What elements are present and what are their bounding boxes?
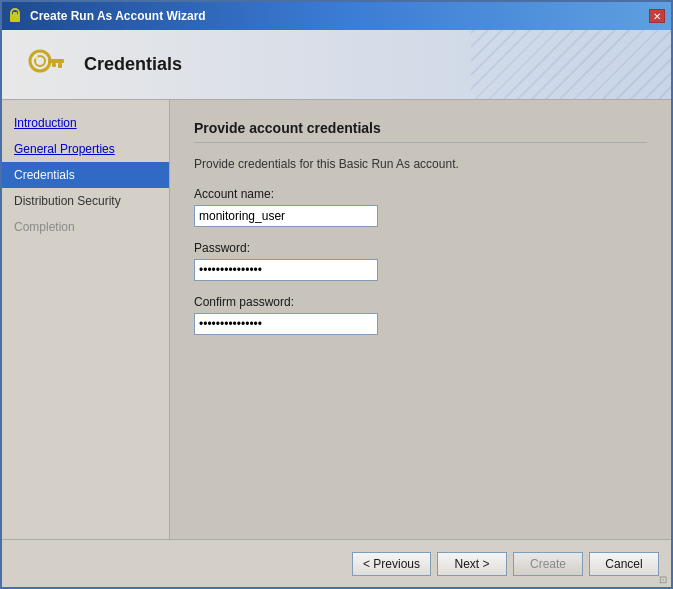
password-input[interactable]	[194, 259, 378, 281]
svg-rect-2	[13, 12, 17, 17]
create-button[interactable]: Create	[513, 552, 583, 576]
previous-button[interactable]: < Previous	[352, 552, 431, 576]
nav-item-distribution-security[interactable]: Distribution Security	[2, 188, 169, 214]
section-description: Provide credentials for this Basic Run A…	[194, 157, 647, 171]
nav-item-introduction[interactable]: Introduction	[2, 110, 169, 136]
title-bar: Create Run As Account Wizard ✕	[2, 2, 671, 30]
svg-point-3	[30, 51, 50, 71]
resize-handle: ⊡	[659, 574, 667, 585]
wizard-title-icon	[8, 8, 24, 24]
account-name-label: Account name:	[194, 187, 647, 201]
wizard-header: Credentials	[2, 30, 671, 100]
section-divider	[194, 142, 647, 143]
confirm-password-input[interactable]	[194, 313, 378, 335]
header-title: Credentials	[84, 54, 182, 75]
account-name-input[interactable]	[194, 205, 378, 227]
nav-item-completion: Completion	[2, 214, 169, 240]
wizard-footer: < Previous Next > Create Cancel ⊡	[2, 539, 671, 587]
svg-rect-5	[48, 59, 64, 63]
next-button[interactable]: Next >	[437, 552, 507, 576]
section-title: Provide account credentials	[194, 120, 647, 136]
wizard-content: Provide account credentials Provide cred…	[170, 100, 671, 539]
nav-item-credentials[interactable]: Credentials	[2, 162, 169, 188]
password-label: Password:	[194, 241, 647, 255]
svg-rect-7	[52, 63, 56, 67]
svg-rect-6	[58, 63, 62, 68]
svg-point-8	[34, 55, 38, 59]
nav-item-general-properties[interactable]: General Properties	[2, 136, 169, 162]
window-title: Create Run As Account Wizard	[30, 9, 206, 23]
title-bar-left: Create Run As Account Wizard	[8, 8, 206, 24]
cancel-button[interactable]: Cancel	[589, 552, 659, 576]
confirm-password-label: Confirm password:	[194, 295, 647, 309]
wizard-nav: Introduction General Properties Credenti…	[2, 100, 170, 539]
close-button[interactable]: ✕	[649, 9, 665, 23]
wizard-window: Create Run As Account Wizard ✕ Credentia…	[0, 0, 673, 589]
wizard-body: Introduction General Properties Credenti…	[2, 100, 671, 539]
credentials-icon	[22, 41, 70, 89]
